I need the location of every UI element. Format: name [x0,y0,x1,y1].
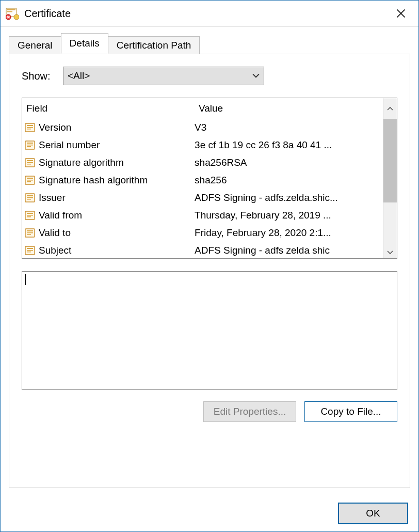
details-panel: Show: <All> Field Value Versio [9,54,410,488]
scroll-thumb[interactable] [383,119,397,202]
svg-rect-35 [27,234,31,235]
svg-rect-26 [27,197,33,198]
edit-properties-button: Edit Properties... [203,401,296,422]
show-combobox[interactable]: <All> [63,67,264,85]
copy-to-file-button[interactable]: Copy to File... [304,401,397,422]
svg-rect-14 [27,145,33,146]
field-value: V3 [195,122,383,133]
svg-rect-22 [27,180,33,181]
field-name: Serial number [39,139,100,151]
show-selected-value: <All> [68,70,90,82]
list-item[interactable]: Signature algorithmsha256RSA [22,154,383,171]
window-title: Certificate [24,8,386,20]
certificate-dialog: ✖ Certificate General Details Certificat… [0,0,419,532]
detail-textarea[interactable] [22,271,397,390]
svg-rect-17 [27,160,33,161]
field-name: Signature algorithm [39,157,124,168]
action-buttons: Edit Properties... Copy to File... [22,401,397,422]
property-icon [24,245,36,256]
field-name: Issuer [39,192,66,204]
close-icon [396,8,406,19]
tab-certification-path[interactable]: Certification Path [108,36,200,54]
field-value: ADFS Signing - adfs zelda shic [195,245,383,256]
list-item[interactable]: SubjectADFS Signing - adfs zelda shic [22,242,383,258]
svg-rect-37 [27,248,33,249]
property-icon [24,227,36,239]
dialog-body: General Details Certification Path Show:… [1,27,418,496]
chevron-down-icon [252,72,260,80]
titlebar: ✖ Certificate [1,1,418,27]
vertical-scrollbar[interactable] [383,119,397,258]
svg-rect-31 [27,216,31,217]
property-icon [24,175,36,186]
svg-rect-1 [7,9,15,10]
svg-text:✖: ✖ [7,15,10,20]
ok-button[interactable]: OK [338,503,408,524]
close-button[interactable] [386,3,415,24]
svg-rect-10 [27,127,33,128]
field-value: sha256RSA [195,157,383,168]
property-icon [24,210,36,221]
list-item[interactable]: VersionV3 [22,119,383,136]
svg-rect-23 [27,181,31,182]
field-value: 3e cf 1b 19 cc 26 f3 8a 40 41 ... [195,139,383,151]
svg-rect-34 [27,232,33,233]
field-name: Valid to [39,227,71,239]
property-icon [24,139,36,151]
field-name: Signature hash algorithm [39,175,148,186]
property-icon [24,122,36,133]
show-label: Show: [22,70,63,82]
dialog-footer: OK [1,496,418,531]
field-value: ADFS Signing - adfs.zelda.shic... [195,192,383,204]
field-name: Valid from [39,210,82,221]
list-header: Field Value [22,98,397,119]
svg-rect-9 [27,125,33,126]
svg-rect-2 [7,11,12,12]
field-name: Version [39,122,71,133]
tabstrip: General Details Certification Path [9,32,410,54]
property-icon [24,157,36,168]
text-cursor [25,274,26,285]
show-filter-row: Show: <All> [22,67,397,85]
svg-rect-13 [27,143,33,144]
field-name: Subject [39,245,71,256]
svg-rect-19 [27,164,31,165]
column-value[interactable]: Value [195,100,383,117]
svg-rect-21 [27,178,33,179]
svg-rect-27 [27,199,31,200]
certificate-icon: ✖ [6,7,19,20]
svg-rect-11 [27,129,31,130]
list-item[interactable]: Valid fromThursday, February 28, 2019 ..… [22,207,383,224]
list-item[interactable]: Valid toFriday, February 28, 2020 2:1... [22,224,383,242]
svg-rect-15 [27,146,31,147]
column-field[interactable]: Field [22,100,195,117]
scroll-down-button[interactable] [383,246,397,258]
svg-rect-18 [27,162,33,163]
svg-point-5 [14,14,19,20]
field-value: sha256 [195,175,383,186]
svg-rect-38 [27,250,33,251]
list-item[interactable]: Signature hash algorithmsha256 [22,171,383,189]
property-icon [24,192,36,204]
field-value: Thursday, February 28, 2019 ... [195,210,383,221]
svg-rect-33 [27,230,33,231]
svg-rect-29 [27,213,33,214]
svg-rect-25 [27,195,33,196]
list-item[interactable]: Serial number3e cf 1b 19 cc 26 f3 8a 40 … [22,136,383,154]
tab-general[interactable]: General [9,36,61,54]
list-item[interactable]: IssuerADFS Signing - adfs.zelda.shic... [22,189,383,207]
fields-listview[interactable]: Field Value VersionV3Serial number3e cf … [22,98,397,259]
field-value: Friday, February 28, 2020 2:1... [195,227,383,239]
tab-details[interactable]: Details [61,33,108,54]
svg-rect-30 [27,215,33,216]
svg-rect-39 [27,252,31,253]
scroll-up-button[interactable] [383,98,397,119]
